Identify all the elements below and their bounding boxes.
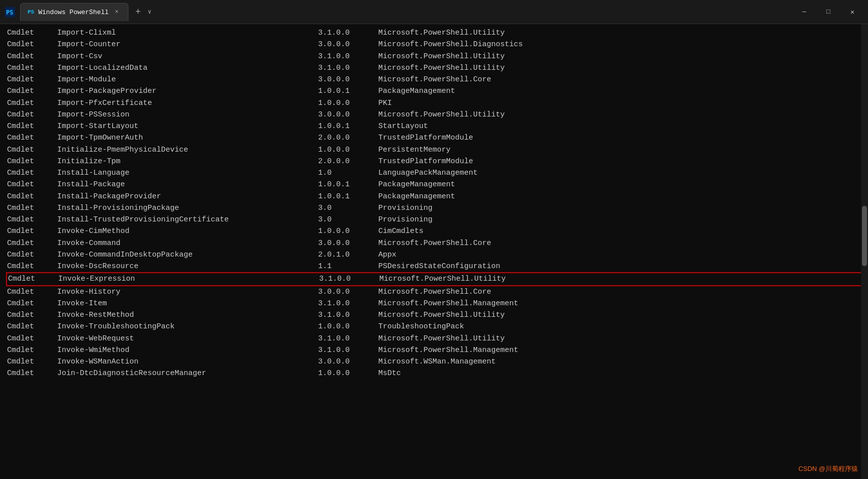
table-row: Cmdlet Import-Csv 3.1.0.0 Microsoft.Powe… [6,51,862,62]
scrollbar-thumb[interactable] [862,206,867,266]
row-version: 3.0.0.0 [318,74,378,85]
row-type: Cmdlet [7,27,57,39]
row-version: 3.1.0.0 [318,27,378,39]
row-type: Cmdlet [7,156,57,167]
row-type: Cmdlet [7,214,57,225]
row-type: Cmdlet [7,97,57,109]
row-module: Microsoft.PowerShell.Utility [378,62,861,74]
row-module: Provisioning [378,214,861,225]
row-module: PackageManagement [378,191,861,202]
row-type: Cmdlet [7,237,57,249]
row-module: Microsoft.PowerShell.Utility [378,27,861,39]
row-version: 1.0.0.0 [318,321,378,332]
row-type: Cmdlet [7,39,57,50]
row-version: 1.0.0.0 [318,144,378,156]
row-module: Microsoft.PowerShell.Utility [378,333,861,344]
row-module: Microsoft.PowerShell.Core [378,74,861,85]
table-row: Cmdlet Invoke-CommandInDesktopPackage 2.… [6,249,862,261]
watermark: CSDN @川蜀程序猿 [798,464,858,474]
minimize-button[interactable]: — [793,4,816,20]
row-module: Microsoft.PowerShell.Utility [378,309,861,321]
row-module: Microsoft.PowerShell.Diagnostics [378,39,861,50]
row-version: 3.1.0.0 [318,51,378,62]
row-name: Import-TpmOwnerAuth [57,132,318,144]
row-module: Microsoft.PowerShell.Management [378,298,861,309]
row-name: Invoke-TroubleshootingPack [57,321,318,332]
row-version: 2.0.0.0 [318,132,378,144]
row-name: Import-Csv [57,51,318,62]
row-type: Cmdlet [7,144,57,156]
row-version: 3.0.0.0 [318,109,378,121]
row-module: Provisioning [378,202,861,214]
row-module: CimCmdlets [378,225,861,237]
table-row: Cmdlet Invoke-Item 3.1.0.0 Microsoft.Pow… [6,298,862,309]
row-name: Invoke-WebRequest [57,333,318,344]
row-module: MsDtc [378,368,861,379]
row-module: Microsoft.PowerShell.Utility [378,51,861,62]
row-version: 1.0.0.0 [318,225,378,237]
row-version: 1.0.0.1 [318,179,378,190]
close-button[interactable]: ✕ [841,4,864,20]
row-module: Microsoft.PowerShell.Management [378,344,861,356]
row-name: Import-StartLayout [57,121,318,132]
tab-title: Windows PowerShell [38,9,108,16]
row-name: Import-PSSession [57,109,318,121]
row-type: Cmdlet [7,225,57,237]
row-type: Cmdlet [7,167,57,179]
row-module: TroubleshootingPack [378,321,861,332]
table-row: Cmdlet Invoke-WebRequest 3.1.0.0 Microso… [6,333,862,344]
table-row: Cmdlet Import-PfxCertificate 1.0.0.0 PKI [6,97,862,109]
row-type: Cmdlet [7,191,57,202]
row-type: Cmdlet [7,356,57,368]
table-row: Cmdlet Import-LocalizedData 3.1.0.0 Micr… [6,62,862,74]
table-row: Cmdlet Invoke-WmiMethod 3.1.0.0 Microsof… [6,344,862,356]
table-row: Cmdlet Invoke-History 3.0.0.0 Microsoft.… [6,286,862,298]
row-type: Cmdlet [7,121,57,132]
row-module: Microsoft.WSMan.Management [378,356,861,368]
row-name: Import-PfxCertificate [57,97,318,109]
new-tab-button[interactable]: + [131,7,145,17]
table-row: Cmdlet Install-PackageProvider 1.0.0.1 P… [6,191,862,202]
row-name: Initialize-Tpm [57,156,318,167]
row-type: Cmdlet [7,202,57,214]
row-name: Invoke-WSManAction [57,356,318,368]
row-type: Cmdlet [7,249,57,261]
row-version: 3.0 [318,214,378,225]
row-type: Cmdlet [7,333,57,344]
table-row: Cmdlet Join-DtcDiagnosticResourceManager… [6,368,862,379]
row-type: Cmdlet [7,344,57,356]
table-row: Cmdlet Invoke-Command 3.0.0.0 Microsoft.… [6,237,862,249]
svg-text:PS: PS [6,9,13,16]
window-controls: — □ ✕ [793,4,864,20]
row-module: Microsoft.PowerShell.Core [378,237,861,249]
row-module: Microsoft.PowerShell.Core [378,286,861,298]
row-module: Microsoft.PowerShell.Utility [379,273,860,285]
row-type: Cmdlet [7,261,57,272]
tab-area: PS Windows PowerShell × + ∨ [20,3,793,21]
row-module: TrustedPlatformModule [378,156,861,167]
table-row: Cmdlet Invoke-TroubleshootingPack 1.0.0.… [6,321,862,332]
row-name: Invoke-Expression [58,273,319,285]
row-module: TrustedPlatformModule [378,132,861,144]
table-row: Cmdlet Import-TpmOwnerAuth 2.0.0.0 Trust… [6,132,862,144]
row-type: Cmdlet [7,309,57,321]
row-version: 1.0.0.0 [318,97,378,109]
row-version: 3.1.0.0 [318,298,378,309]
scrollbar[interactable] [861,24,868,479]
row-type: Cmdlet [7,74,57,85]
row-name: Install-PackageProvider [57,191,318,202]
row-version: 1.0 [318,167,378,179]
tab-close-button[interactable]: × [113,8,121,16]
powershell-tab[interactable]: PS Windows PowerShell × [20,3,128,21]
title-bar: PS PS Windows PowerShell × + ∨ — □ ✕ [0,0,868,24]
row-module: PSDesiredStateConfiguration [378,261,861,272]
row-name: Invoke-RestMethod [57,309,318,321]
row-version: 1.0.0.1 [318,191,378,202]
tab-dropdown-button[interactable]: ∨ [144,8,154,16]
table-row: Cmdlet Install-TrustedProvisioningCertif… [6,214,862,225]
command-rows: Cmdlet Import-Clixml 3.1.0.0 Microsoft.P… [6,27,862,380]
table-row: Cmdlet Import-Module 3.0.0.0 Microsoft.P… [6,74,862,85]
table-row: Cmdlet Initialize-Tpm 2.0.0.0 TrustedPla… [6,156,862,167]
row-name: Invoke-History [57,286,318,298]
maximize-button[interactable]: □ [817,4,840,20]
